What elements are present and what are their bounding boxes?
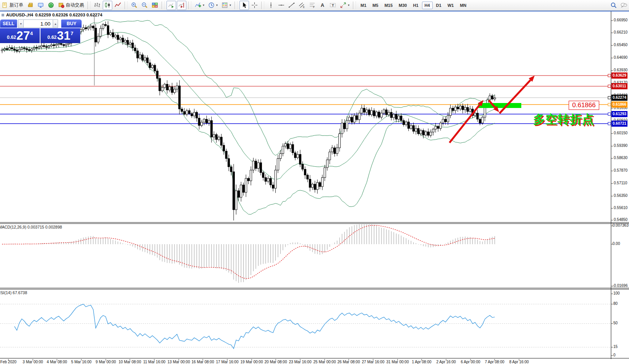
zoom-in-button[interactable] bbox=[129, 1, 139, 10]
dropdown-arrow-icon: ▾ bbox=[203, 3, 204, 7]
periods-button[interactable]: ▾ bbox=[207, 1, 219, 10]
new-order-icon bbox=[2, 2, 8, 8]
buy-price-big: 31 bbox=[57, 29, 70, 43]
line-chart-mode-button[interactable] bbox=[113, 1, 123, 10]
trend-line-button[interactable] bbox=[287, 1, 296, 10]
sell-button[interactable]: SELL bbox=[0, 19, 17, 28]
volume-increase-button[interactable]: ▲ bbox=[53, 19, 58, 28]
tf-h4[interactable]: H4 bbox=[422, 2, 433, 9]
toolbar-button-label: H4 bbox=[425, 3, 430, 8]
green-highlight-box bbox=[478, 103, 521, 108]
toolbar-button-label: 自动交易 bbox=[66, 2, 84, 8]
toolbar-button-label: H1 bbox=[413, 3, 418, 8]
dropdown-arrow-icon: ▾ bbox=[348, 3, 349, 7]
blue-monitor-icon bbox=[37, 2, 44, 8]
text-label-button[interactable]: T bbox=[328, 1, 338, 10]
terminal-window-button[interactable] bbox=[36, 1, 45, 10]
toolbar-button-label: M5 bbox=[372, 3, 378, 8]
tf-m30[interactable]: M30 bbox=[396, 2, 409, 9]
spinner-down-icon: ▼ bbox=[19, 23, 22, 25]
macd-indicator-label: MACD(12,26,9) 0.003715 0.002898 bbox=[0, 225, 62, 229]
green-orb-icon bbox=[48, 2, 54, 8]
bar-chart-icon bbox=[94, 2, 100, 8]
search-icon bbox=[610, 2, 617, 8]
zoom-in-icon bbox=[131, 2, 137, 8]
arrows-icon bbox=[340, 2, 346, 8]
tf-h1[interactable]: H1 bbox=[410, 2, 421, 9]
sell-price-big: 27 bbox=[16, 29, 30, 43]
tile-windows-icon bbox=[152, 2, 158, 8]
tf-m1[interactable]: M1 bbox=[358, 2, 369, 9]
candle-chart-mode-button[interactable] bbox=[103, 1, 112, 10]
auto-scroll-button[interactable] bbox=[167, 1, 176, 10]
crosshair-button[interactable] bbox=[250, 1, 259, 10]
macd-indicator bbox=[2, 223, 495, 283]
clock-icon bbox=[208, 2, 215, 8]
chart-title-bar: AUDUSD-,H4 0.62259 0.62326 0.62203 0.622… bbox=[2, 13, 102, 17]
toolbar-separator bbox=[188, 2, 191, 9]
buy-price-pipette: 7 bbox=[71, 31, 73, 36]
fibonacci-button[interactable]: F bbox=[307, 1, 317, 10]
toolbar-separator bbox=[87, 2, 91, 9]
chart-shift-icon bbox=[178, 2, 185, 8]
auto-trading-button[interactable]: 自动交易 bbox=[57, 1, 86, 10]
volume-input[interactable] bbox=[24, 19, 53, 28]
horizontal-line-icon bbox=[278, 2, 285, 8]
toolbar-button-label: M30 bbox=[399, 3, 407, 8]
buy-price[interactable]: 0.62 31 7 bbox=[40, 28, 80, 43]
templates-button[interactable]: ▾ bbox=[220, 1, 233, 10]
horizontal-line-objects bbox=[0, 14, 611, 347]
new-order-button[interactable]: 新订单 bbox=[0, 1, 25, 10]
tf-m5[interactable]: M5 bbox=[370, 2, 381, 9]
chart-ohlc-values: 0.62259 0.62326 0.62203 0.62274 bbox=[35, 13, 102, 17]
price-callout-box: 0.61866 bbox=[569, 101, 599, 110]
zoom-out-button[interactable] bbox=[140, 1, 149, 10]
auto-scroll-icon bbox=[168, 2, 175, 8]
add-indicator-icon bbox=[195, 2, 201, 8]
tf-mn[interactable]: MN bbox=[457, 2, 469, 9]
zoom-out-icon bbox=[141, 2, 148, 8]
text-a-icon: A bbox=[319, 2, 326, 8]
toolbar-button-label: W1 bbox=[448, 3, 454, 8]
gold-cube-icon bbox=[27, 2, 34, 8]
search-button[interactable] bbox=[609, 1, 618, 10]
news-feed-button[interactable] bbox=[46, 1, 56, 10]
bar-chart-mode-button[interactable] bbox=[92, 1, 102, 10]
annotation-turning-point: 多空转折点 bbox=[533, 111, 594, 127]
crosshair-icon bbox=[251, 2, 258, 8]
toolbar-separator bbox=[125, 2, 128, 9]
chart-shift-button[interactable] bbox=[177, 1, 186, 10]
toolbar-button-label: M1 bbox=[361, 3, 366, 8]
arrows-button[interactable]: ▾ bbox=[338, 1, 351, 10]
tf-d1[interactable]: D1 bbox=[433, 2, 444, 9]
toolbar-separator bbox=[353, 2, 356, 9]
market-panel-button[interactable] bbox=[26, 1, 35, 10]
channel-icon: E bbox=[299, 2, 305, 8]
vertical-line-button[interactable] bbox=[266, 1, 276, 10]
svg-text:E: E bbox=[303, 6, 305, 8]
text-button[interactable]: A bbox=[318, 1, 327, 10]
toolbar-separator bbox=[261, 2, 264, 9]
sell-price-pipette: 4 bbox=[30, 31, 33, 36]
tf-w1[interactable]: W1 bbox=[445, 2, 457, 9]
sell-price[interactable]: 0.62 27 4 bbox=[0, 28, 40, 43]
volume-decrease-button[interactable]: ▼ bbox=[18, 19, 24, 28]
fibonacci-icon: F bbox=[309, 2, 315, 8]
equidistant-channel-button[interactable]: E bbox=[297, 1, 307, 10]
toolbar-button-label: M15 bbox=[385, 3, 393, 8]
chart-symbol-period: AUDUSD-,H4 bbox=[6, 13, 33, 17]
chat-icon bbox=[621, 2, 627, 8]
buy-button[interactable]: BUY bbox=[61, 19, 82, 28]
cursor-button[interactable] bbox=[239, 1, 249, 10]
toolbar-separator bbox=[162, 2, 165, 9]
rsi-indicator-label: RSI(14) 67.6738 bbox=[0, 290, 27, 295]
tf-m15[interactable]: M15 bbox=[382, 2, 395, 9]
chart-canvas[interactable] bbox=[0, 0, 629, 364]
tile-windows-button[interactable] bbox=[150, 1, 160, 10]
chat-button[interactable] bbox=[619, 1, 629, 10]
horizontal-line-button[interactable] bbox=[277, 1, 286, 10]
indicators-button[interactable]: ▾ bbox=[193, 1, 206, 10]
one-click-trading-panel: SELL ▼ ▲ BUY 0.62 27 4 0.62 31 7 bbox=[0, 19, 82, 43]
cursor-icon bbox=[241, 2, 247, 8]
bollinger-bands bbox=[2, 20, 495, 214]
